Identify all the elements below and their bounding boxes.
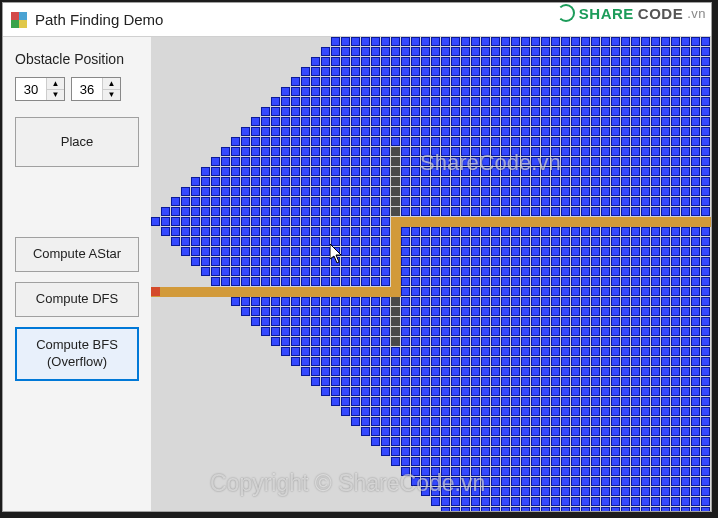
obstacle-y-down[interactable]: ▼ [103,90,120,101]
obstacle-x-down[interactable]: ▼ [47,90,64,101]
window-title: Path Finding Demo [35,11,163,28]
obstacle-y-up[interactable]: ▲ [103,78,120,90]
titlebar: Path Finding Demo [3,3,711,37]
compute-astar-button[interactable]: Compute AStar [15,237,139,272]
app-icon [11,12,27,28]
compute-dfs-button[interactable]: Compute DFS [15,282,139,317]
app-window: Path Finding Demo Obstacle Position ▲ ▼ … [2,2,712,512]
compute-bfs-button[interactable]: Compute BFS (Overflow) [15,327,139,381]
obstacle-y-input[interactable] [72,78,102,100]
grid-canvas-area[interactable] [151,37,711,511]
sidebar: Obstacle Position ▲ ▼ ▲ ▼ Plac [3,37,151,511]
obstacle-x-stepper[interactable]: ▲ ▼ [15,77,65,101]
place-button[interactable]: Place [15,117,139,167]
obstacle-y-stepper[interactable]: ▲ ▼ [71,77,121,101]
obstacle-x-up[interactable]: ▲ [47,78,64,90]
obstacle-position-label: Obstacle Position [15,51,139,67]
obstacle-x-input[interactable] [16,78,46,100]
grid-canvas[interactable] [151,37,711,511]
